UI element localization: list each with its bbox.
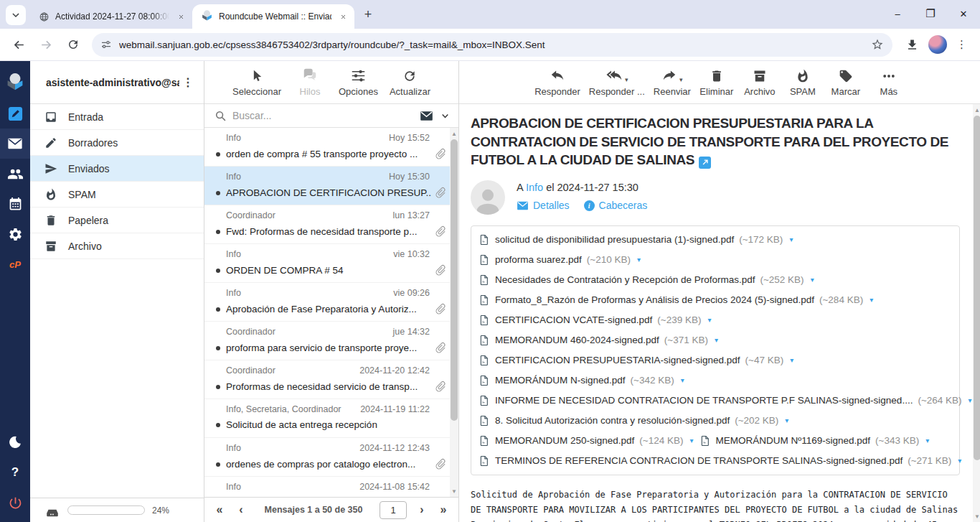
attachment-item[interactable]: Formato_8_Razón de Proformas y Análisis … — [479, 290, 879, 310]
last-page-button[interactable]: » — [434, 503, 453, 516]
prev-page-button[interactable]: ‹ — [232, 503, 250, 516]
attachment-menu-caret-icon[interactable]: ▾ — [707, 316, 711, 324]
message-row-selected[interactable]: InfoHoy 15:30 APROBACION DE CERTIFICACIO… — [204, 167, 450, 205]
dark-mode-button[interactable] — [0, 427, 30, 457]
search-scope-envelope-icon[interactable] — [420, 109, 433, 123]
attachment-item[interactable]: MEMORANDUM 250-signed.pdf(~124 KB)▾ — [479, 431, 699, 451]
page-number-input[interactable] — [380, 501, 407, 519]
scroll-up-icon[interactable]: ▲ — [450, 129, 458, 138]
message-row[interactable]: Info2024-11-08 15:42 — [204, 477, 450, 497]
message-row[interactable]: Coordinador2024-11-20 12:42 Proformas de… — [204, 360, 450, 399]
attachment-menu-caret-icon[interactable]: ▾ — [969, 396, 972, 404]
browser-tab-activity[interactable]: Actividad 2024-11-27 08:00:00 — [30, 4, 192, 29]
headers-toggle[interactable]: i Cabeceras — [584, 200, 648, 211]
attachment-item[interactable]: solicitud de disponibilidad presupuestar… — [479, 230, 798, 250]
threads-button[interactable]: Hilos — [289, 67, 331, 97]
folder-papelera[interactable]: Papelera — [30, 208, 204, 233]
settings-nav-button[interactable] — [0, 219, 30, 249]
scroll-up-icon[interactable]: ▲ — [973, 106, 980, 114]
recipient-link[interactable]: Info — [526, 182, 543, 193]
attachment-item[interactable]: MEMORÁNDUM N-signed.pdf(~342 KB)▾ — [479, 370, 697, 391]
cpanel-button[interactable]: cP — [0, 249, 30, 279]
mail-view-scrollbar[interactable]: ▲ ▼ — [973, 104, 980, 522]
delete-button[interactable]: Eliminar — [696, 67, 738, 97]
refresh-button[interactable]: Actualizar — [386, 67, 434, 97]
scroll-down-icon[interactable]: ▼ — [450, 487, 458, 495]
attachment-item[interactable]: INFORME DE NECESIDAD CONTRATACION DE TRA… — [479, 391, 952, 411]
attachment-menu-caret-icon[interactable]: ▾ — [958, 457, 961, 465]
more-button[interactable]: Más — [868, 67, 910, 97]
dropdown-caret-icon[interactable]: ▾ — [679, 76, 683, 83]
next-page-button[interactable]: › — [413, 503, 431, 516]
tab-search-button[interactable] — [6, 5, 26, 25]
back-button[interactable] — [7, 33, 30, 56]
site-settings-icon[interactable] — [100, 39, 112, 50]
search-input[interactable] — [232, 110, 414, 121]
attachment-item[interactable]: Necesidades de Contratación y Recepción … — [479, 270, 820, 290]
folder-enviados[interactable]: Enviados — [30, 156, 204, 182]
attachment-item[interactable]: TERMINOS DE REFERENCIA CONTRACION DE TRA… — [479, 451, 952, 471]
message-row[interactable]: Coordinadorjue 14:32 proforma para servi… — [204, 322, 450, 360]
folder-archivo[interactable]: Archivo — [30, 233, 204, 259]
open-in-new-window-icon[interactable] — [699, 157, 711, 169]
help-button[interactable]: ? — [0, 457, 30, 488]
reload-button[interactable] — [62, 33, 85, 56]
forward-button[interactable] — [34, 33, 57, 56]
forward-button[interactable]: ▾ Reenviar — [650, 67, 694, 97]
message-list-scrollbar[interactable]: ▲ ▼ — [450, 128, 458, 497]
attachment-menu-caret-icon[interactable]: ▾ — [870, 296, 873, 304]
search-options-chevron-icon[interactable] — [440, 111, 450, 121]
mark-button[interactable]: Marcar — [825, 67, 867, 97]
attachment-menu-caret-icon[interactable]: ▾ — [785, 416, 788, 424]
window-close-button[interactable]: ✕ — [947, 0, 980, 27]
message-row[interactable]: Info, Secretaria, Coordinador2024-11-19 … — [204, 399, 450, 438]
calendar-nav-button[interactable] — [0, 189, 30, 219]
new-tab-button[interactable]: + — [359, 5, 377, 24]
attachment-menu-caret-icon[interactable]: ▾ — [790, 356, 793, 364]
spam-button[interactable]: SPAM — [782, 67, 824, 97]
details-toggle[interactable]: Detalles — [517, 200, 570, 212]
compose-button[interactable] — [0, 98, 30, 129]
bookmark-star-icon[interactable] — [871, 38, 884, 51]
reply-button[interactable]: Responder — [531, 67, 584, 97]
dropdown-caret-icon[interactable]: ▾ — [625, 76, 628, 83]
message-row[interactable]: Infovie 09:26 Aprobación de Fase Prepara… — [204, 283, 450, 322]
account-menu-icon[interactable]: ⋮ — [179, 75, 197, 89]
archive-button[interactable]: Archivo — [739, 67, 781, 97]
attachment-item[interactable]: CERTIFICACION VCATE-signed.pdf(~239 KB)▾ — [479, 310, 717, 330]
select-button[interactable]: Seleccionar — [229, 67, 285, 97]
window-restore-button[interactable]: ❐ — [914, 0, 947, 27]
reply-all-button[interactable]: ▾ Responder ... — [585, 67, 649, 97]
browser-menu-button[interactable]: ⋮ — [951, 32, 973, 57]
folder-borradores[interactable]: Borradores — [30, 130, 204, 156]
url-bar[interactable]: webmail.sanjuan.gob.ec/cpsess3846753402/… — [92, 33, 892, 57]
mail-nav-button[interactable] — [0, 129, 30, 159]
options-button[interactable]: Opciones — [335, 67, 382, 97]
attachment-menu-caret-icon[interactable]: ▾ — [811, 276, 814, 284]
folder-spam[interactable]: SPAM — [30, 182, 204, 208]
attachment-item[interactable]: MEMORÁNDUM Nº1169-signed.pdf(~343 KB)▾ — [699, 431, 936, 451]
message-row[interactable]: Info2024-11-12 12:43 ordenes de compras … — [204, 438, 450, 477]
logout-button[interactable] — [0, 488, 30, 518]
browser-tab-roundcube[interactable]: Roundcube Webmail :: Enviados — [192, 4, 354, 29]
attachment-item[interactable]: MEMORANDUM 460-2024-signed.pdf(~371 KB)▾ — [479, 330, 724, 350]
attachment-menu-caret-icon[interactable]: ▾ — [681, 376, 684, 384]
tab-close-icon[interactable] — [175, 11, 187, 22]
folder-entrada[interactable]: Entrada — [30, 104, 204, 130]
scroll-down-icon[interactable]: ▼ — [973, 512, 980, 521]
window-minimize-button[interactable]: – — [881, 0, 914, 27]
attachment-item[interactable]: 8. Solicitud Autorización contra y resol… — [479, 411, 794, 431]
browser-profile-avatar[interactable] — [928, 35, 947, 54]
attachment-menu-caret-icon[interactable]: ▾ — [690, 437, 694, 444]
message-row[interactable]: Infovie 10:32 ORDEN DE COMPRA # 54 — [204, 244, 450, 283]
downloads-button[interactable] — [900, 32, 924, 57]
attachment-menu-caret-icon[interactable]: ▾ — [637, 256, 641, 264]
attachment-item[interactable]: CERTIFICACION PRESUPUESTARIA-signed-sign… — [479, 350, 799, 370]
attachment-item[interactable]: proforma suarez.pdf(~210 KB)▾ — [479, 250, 697, 270]
message-row[interactable]: Coordinadorlun 13:27 Fwd: Proformas de n… — [204, 205, 450, 244]
first-page-button[interactable]: « — [210, 503, 229, 516]
attachment-menu-caret-icon[interactable]: ▾ — [925, 437, 929, 444]
tab-close-icon[interactable] — [337, 11, 349, 22]
attachment-menu-caret-icon[interactable]: ▾ — [789, 236, 793, 243]
contacts-nav-button[interactable] — [0, 159, 30, 189]
